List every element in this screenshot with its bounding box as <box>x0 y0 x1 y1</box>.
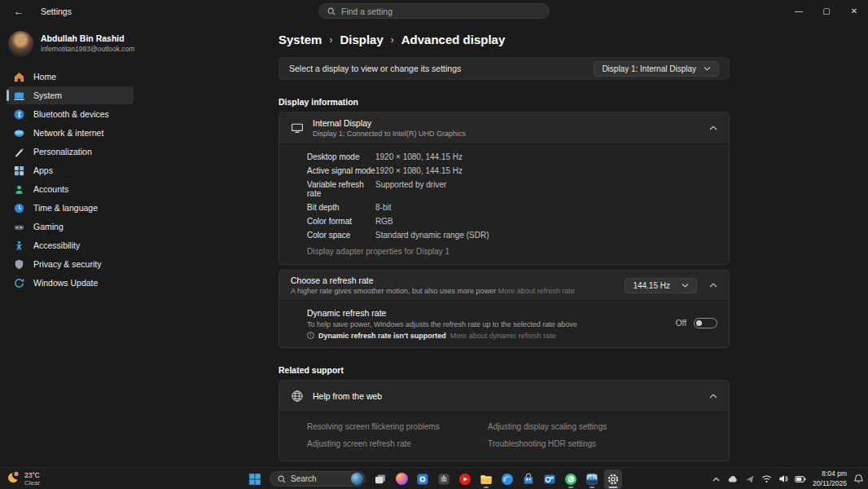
wifi-icon[interactable] <box>761 474 772 483</box>
home-icon <box>13 71 25 83</box>
breadcrumb-system[interactable]: System <box>278 33 322 46</box>
sidebar-item-privacy-security[interactable]: Privacy & security <box>7 255 134 273</box>
volume-icon[interactable] <box>778 474 788 483</box>
sidebar-item-network-internet[interactable]: Network & internet <box>7 124 134 142</box>
user-profile[interactable]: Abdullah Bin Rashid infernotitan1993@out… <box>8 31 132 56</box>
system-tray: 8:04 pm 20/11/2025 <box>712 468 864 489</box>
sidebar-item-system[interactable]: System <box>7 86 134 104</box>
pinned-app-2-icon[interactable] <box>435 469 453 489</box>
more-about-refresh-rate-link[interactable]: More about refresh rate <box>498 287 575 295</box>
sidebar-item-gaming[interactable]: Gaming <box>7 218 134 236</box>
maximize-button[interactable]: ▢ <box>813 0 840 21</box>
youtube-icon[interactable] <box>456 469 474 489</box>
taskbar-search-label: Search <box>291 474 346 483</box>
more-about-dynamic-refresh-rate-link[interactable]: More about dynamic refresh rate <box>450 332 556 340</box>
display-selector-dropdown[interactable]: Display 1: Internal Display <box>594 61 719 77</box>
copilot-icon[interactable] <box>392 469 410 489</box>
accessibility-icon <box>13 240 25 252</box>
search-icon <box>278 472 286 487</box>
taskbar-center: Search <box>246 468 622 489</box>
titlebar: ← Settings — ▢ ✕ <box>0 0 868 23</box>
main-content: System › Display › Advanced display Sele… <box>278 23 730 467</box>
weather-temp: 23°C <box>24 471 40 479</box>
help-link-hdr[interactable]: Troubleshooting HDR settings <box>488 439 717 448</box>
file-explorer-icon[interactable] <box>477 469 495 489</box>
sidebar-item-apps[interactable]: Apps <box>7 161 134 179</box>
refresh-rate-dropdown[interactable]: 144.15 Hz <box>625 278 697 293</box>
display-selector-label: Select a display to view or change its s… <box>289 64 461 73</box>
search-highlight-image <box>351 473 363 485</box>
spec-row: Active signal mode1920 × 1080, 144.15 Hz <box>279 164 729 178</box>
settings-window: ← Settings — ▢ ✕ Abdullah Bin Rashid inf… <box>0 0 868 489</box>
spec-row: Color spaceStandard dynamic range (SDR) <box>279 228 729 242</box>
minimize-button[interactable]: — <box>785 0 813 21</box>
sidebar: Abdullah Bin Rashid infernotitan1993@out… <box>0 23 140 467</box>
search-icon <box>327 4 335 19</box>
chevron-up-icon[interactable] <box>709 283 717 288</box>
display-information-header[interactable]: Internal Display Display 1: Connected to… <box>279 112 729 143</box>
sidebar-item-windows-update[interactable]: Windows Update <box>7 274 134 292</box>
toggle-state-label: Off <box>676 319 686 328</box>
taskbar-search[interactable]: Search <box>270 471 366 487</box>
moon-clear-icon <box>7 470 20 487</box>
back-button[interactable]: ← <box>11 6 26 17</box>
location-arrow-icon[interactable] <box>745 474 755 484</box>
close-button[interactable]: ✕ <box>840 0 868 21</box>
section-related-support: Related support <box>278 365 730 375</box>
help-link-flickering[interactable]: Resolving screen flickering problems <box>307 422 488 431</box>
battery-icon[interactable] <box>795 475 806 483</box>
weather-widget[interactable]: 23°C Clear <box>7 468 40 489</box>
sidebar-item-time-language[interactable]: Time & language <box>7 199 134 217</box>
search-input[interactable] <box>341 7 541 16</box>
help-from-web-body: Resolving screen flickering problems Adj… <box>279 412 729 460</box>
window-controls: — ▢ ✕ <box>785 0 868 21</box>
sidebar-item-accessibility[interactable]: Accessibility <box>7 236 134 254</box>
chevron-up-icon[interactable] <box>709 394 717 399</box>
breadcrumb: System › Display › Advanced display <box>278 33 730 46</box>
taskbar-clock[interactable]: 8:04 pm 20/11/2025 <box>813 469 847 487</box>
outlook-icon[interactable] <box>541 469 559 489</box>
dynamic-refresh-rate-title: Dynamic refresh rate <box>307 307 577 319</box>
spec-row: Variable refresh rateSupported by driver <box>279 178 729 200</box>
onedrive-cloud-icon[interactable] <box>727 474 739 483</box>
breadcrumb-display[interactable]: Display <box>340 33 383 46</box>
chevron-up-icon[interactable] <box>709 126 717 130</box>
sidebar-item-personalization[interactable]: Personalization <box>7 143 134 161</box>
help-from-web-header[interactable]: Help from the web <box>279 381 729 412</box>
help-link-scaling[interactable]: Adjusting display scaling settings <box>488 422 717 431</box>
task-view-icon[interactable] <box>371 469 389 489</box>
whatsapp-icon[interactable] <box>562 469 580 489</box>
dynamic-refresh-rate-toggle[interactable] <box>694 318 717 328</box>
display-adapter-properties-link[interactable]: Display adapter properties for Display 1 <box>307 247 729 256</box>
personalization-icon <box>13 146 25 158</box>
help-link-refresh-rate[interactable]: Adjusting screen refresh rate <box>307 439 488 448</box>
find-a-setting-search[interactable] <box>318 3 550 19</box>
accounts-icon <box>13 183 25 196</box>
settings-taskbar-icon[interactable] <box>604 469 622 489</box>
system-icon <box>13 90 25 102</box>
chevron-down-icon <box>682 283 689 288</box>
breadcrumb-separator: › <box>391 34 394 46</box>
time-language-icon <box>13 202 25 214</box>
network-icon <box>13 127 25 139</box>
privacy-icon <box>13 258 25 271</box>
start-button[interactable] <box>246 469 264 489</box>
windows-update-icon <box>13 277 25 289</box>
sidebar-item-home[interactable]: Home <box>7 68 134 86</box>
sidebar-item-accounts[interactable]: Accounts <box>7 180 134 198</box>
page-title: Advanced display <box>401 33 506 46</box>
notification-bell-icon[interactable] <box>853 474 864 484</box>
hidden-icons-chevron[interactable] <box>712 475 721 483</box>
user-name: Abdullah Bin Rashid <box>41 33 134 45</box>
microsoft-store-icon[interactable] <box>519 469 537 489</box>
refresh-rate-title: Choose a refresh rate <box>291 275 575 286</box>
pinned-app-1-icon[interactable] <box>414 469 432 489</box>
display-information-body: Desktop mode1920 × 1080, 144.15 Hz Activ… <box>279 143 729 264</box>
sidebar-item-bluetooth-devices[interactable]: Bluetooth & devices <box>7 105 134 123</box>
monitor-icon <box>291 121 304 134</box>
pinned-app-3-icon[interactable] <box>583 469 601 489</box>
avatar <box>8 31 33 56</box>
taskbar: 23°C Clear Search <box>0 467 868 489</box>
refresh-rate-card: Choose a refresh rate A higher rate give… <box>278 270 730 348</box>
edge-icon[interactable] <box>498 469 516 489</box>
